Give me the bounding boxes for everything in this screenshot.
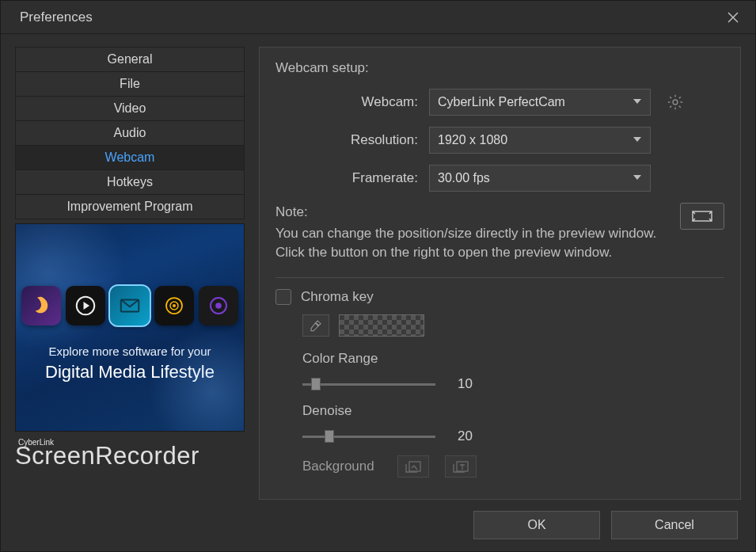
- webcam-select[interactable]: CyberLink PerfectCam: [429, 89, 651, 116]
- note-label: Note:: [275, 203, 667, 223]
- sidebar-item-audio[interactable]: Audio: [15, 120, 245, 146]
- sidebar-item-general[interactable]: General: [15, 47, 245, 72]
- chevron-down-icon: [633, 95, 642, 109]
- ok-button-label: OK: [527, 518, 545, 532]
- denoise-value: 20: [458, 428, 481, 444]
- framerate-label: Framerate:: [275, 170, 418, 186]
- promo-text-line1: Explore more software for your: [16, 345, 244, 358]
- chevron-down-icon: [633, 133, 642, 147]
- webcam-settings-button[interactable]: [662, 89, 689, 116]
- chroma-color-swatch[interactable]: [339, 314, 424, 337]
- sidebar-item-label: Hotkeys: [107, 175, 153, 189]
- open-preview-button[interactable]: [680, 203, 724, 230]
- sidebar-item-hotkeys[interactable]: Hotkeys: [15, 169, 245, 195]
- sidebar: General File Video Audio Webcam Hotkeys …: [15, 47, 245, 500]
- gear-icon: [667, 93, 684, 111]
- denoise-label: Denoise: [302, 403, 724, 419]
- promo-app-icon: [66, 286, 105, 325]
- webcam-label: Webcam:: [275, 94, 418, 110]
- chevron-down-icon: [633, 171, 642, 185]
- promo-app-icon: [21, 286, 61, 325]
- background-label: Background: [302, 459, 382, 474]
- close-button[interactable]: [724, 8, 743, 27]
- resolution-select[interactable]: 1920 x 1080: [429, 127, 651, 154]
- sidebar-item-label: File: [120, 77, 140, 91]
- svg-point-4: [173, 304, 176, 307]
- promo-app-icon: [154, 286, 194, 325]
- image-remove-icon: [452, 460, 469, 473]
- sidebar-item-improvement-program[interactable]: Improvement Program: [15, 194, 245, 219]
- sidebar-item-label: Audio: [114, 126, 146, 140]
- note-body: You can change the position/size directl…: [275, 224, 667, 263]
- svg-point-6: [215, 303, 222, 309]
- color-range-label: Color Range: [302, 351, 724, 367]
- brand-logo: CyberLink ScreenRecorder: [15, 438, 245, 470]
- close-icon: [727, 11, 739, 24]
- chroma-key-label: Chroma key: [301, 289, 374, 305]
- svg-point-7: [673, 100, 678, 105]
- ok-button[interactable]: OK: [473, 511, 600, 539]
- promo-text-line2: Digital Media Lifestyle: [16, 362, 244, 383]
- webcam-select-value: CyberLink PerfectCam: [438, 95, 565, 109]
- denoise-slider[interactable]: [302, 428, 435, 444]
- preview-window-icon: [692, 209, 712, 223]
- chroma-key-checkbox[interactable]: [275, 289, 291, 305]
- svg-rect-8: [693, 211, 712, 221]
- eyedropper-button[interactable]: [302, 314, 329, 337]
- sidebar-item-label: Improvement Program: [66, 200, 192, 214]
- promo-icons-row: [16, 286, 244, 325]
- eyedropper-icon: [309, 318, 323, 333]
- titlebar: Preferences: [1, 1, 755, 34]
- promo-banner[interactable]: Explore more software for your Digital M…: [15, 223, 245, 432]
- sidebar-item-file[interactable]: File: [15, 71, 245, 97]
- resolution-select-value: 1920 x 1080: [438, 133, 507, 147]
- dialog-footer: OK Cancel: [1, 500, 755, 550]
- divider: [275, 277, 724, 278]
- resolution-label: Resolution:: [275, 132, 418, 148]
- color-range-value: 10: [458, 376, 481, 392]
- sidebar-item-video[interactable]: Video: [15, 96, 245, 121]
- promo-app-icon: [199, 286, 238, 325]
- background-remove-button[interactable]: [445, 455, 477, 478]
- sidebar-item-label: Webcam: [105, 150, 155, 165]
- window-title: Preferences: [20, 10, 93, 25]
- sidebar-nav: General File Video Audio Webcam Hotkeys …: [15, 47, 245, 219]
- framerate-select[interactable]: 30.00 fps: [429, 165, 651, 192]
- settings-panel: Webcam setup: Webcam: CyberLink PerfectC…: [259, 47, 741, 500]
- image-add-icon: [405, 460, 422, 473]
- framerate-select-value: 30.00 fps: [438, 171, 490, 185]
- cancel-button-label: Cancel: [655, 518, 694, 532]
- cancel-button[interactable]: Cancel: [611, 511, 738, 539]
- brand-big: ScreenRecorder: [15, 442, 245, 470]
- promo-app-icon-selected: [110, 286, 150, 325]
- sidebar-item-label: General: [108, 52, 153, 67]
- section-title: Webcam setup:: [275, 60, 724, 76]
- sidebar-item-webcam[interactable]: Webcam: [15, 145, 245, 170]
- sidebar-item-label: Video: [114, 101, 146, 116]
- background-add-button[interactable]: [397, 455, 429, 478]
- color-range-slider[interactable]: [302, 376, 435, 392]
